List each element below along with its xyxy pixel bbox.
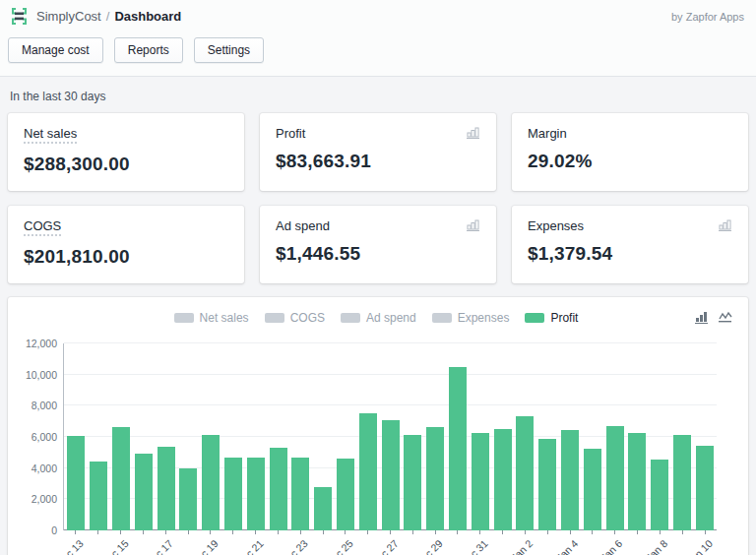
- legend-label: COGS: [290, 311, 325, 325]
- y-axis-label: 2,000: [32, 493, 57, 505]
- bar[interactable]: [472, 433, 489, 530]
- cogs-value: $201,810.00: [24, 246, 228, 268]
- bar-slot: [335, 343, 357, 530]
- x-axis: Dec 13Dec 15Dec 17Dec 19Dec 21Dec 23Dec …: [63, 530, 717, 555]
- metric-cards: Net sales $288,300.00 Profit $83,663.91 …: [8, 113, 748, 283]
- x-slot: Dec 19: [199, 530, 221, 555]
- bar[interactable]: [67, 436, 85, 530]
- x-slot: [87, 530, 109, 555]
- breadcrumb-app-name[interactable]: SimplyCost: [36, 9, 101, 24]
- bar[interactable]: [224, 458, 242, 530]
- bar-chart-toggle-icon[interactable]: [695, 310, 709, 324]
- bar[interactable]: [314, 487, 332, 530]
- profit-value: $83,663.91: [276, 151, 480, 172]
- x-tick: [525, 530, 526, 534]
- bar[interactable]: [112, 427, 130, 530]
- legend-item[interactable]: COGS: [265, 311, 325, 325]
- x-slot: Dec 25: [334, 530, 356, 555]
- x-slot: [446, 530, 469, 555]
- legend-swatch: [432, 313, 452, 323]
- bar-slot: [469, 343, 491, 530]
- bar-slot: [581, 343, 603, 530]
- legend-item[interactable]: Profit: [525, 311, 578, 325]
- x-slot: Dec 31: [469, 530, 491, 555]
- settings-button[interactable]: Settings: [194, 37, 264, 63]
- bar[interactable]: [158, 447, 175, 531]
- bar-slot: [110, 343, 133, 530]
- x-tick: [278, 530, 279, 534]
- bar-chart-icon[interactable]: [719, 218, 732, 231]
- x-slot: Jan 2: [514, 530, 536, 555]
- bar[interactable]: [628, 433, 646, 530]
- bar-slot: [491, 343, 514, 530]
- x-tick: [412, 530, 413, 534]
- profit-title: Profit: [276, 126, 305, 141]
- line-chart-toggle-icon[interactable]: [719, 310, 732, 324]
- legend-swatch: [525, 313, 544, 323]
- bar-slot: [402, 343, 424, 530]
- x-tick: [660, 530, 661, 534]
- bar-chart-icon[interactable]: [467, 126, 480, 139]
- manage-cost-button[interactable]: Manage cost: [8, 37, 103, 63]
- legend-item[interactable]: Expenses: [432, 311, 510, 325]
- bar-slot: [626, 343, 649, 530]
- bar[interactable]: [494, 429, 512, 530]
- x-tick: [592, 530, 593, 534]
- y-axis-label: 0: [51, 524, 57, 536]
- bar[interactable]: [651, 460, 668, 530]
- bar[interactable]: [90, 462, 107, 530]
- x-tick: [457, 530, 458, 534]
- bar[interactable]: [382, 420, 400, 530]
- bar[interactable]: [516, 416, 534, 530]
- bar[interactable]: [696, 446, 714, 530]
- byline: by Zapfor Apps: [671, 11, 744, 23]
- bar[interactable]: [426, 427, 444, 530]
- bar[interactable]: [538, 439, 556, 530]
- bar[interactable]: [404, 435, 421, 530]
- x-tick: [232, 530, 233, 534]
- bar[interactable]: [606, 426, 624, 530]
- bar[interactable]: [561, 430, 579, 530]
- bar[interactable]: [584, 449, 601, 530]
- legend-label: Ad spend: [366, 311, 416, 325]
- x-tick: [300, 530, 301, 534]
- bar[interactable]: [337, 459, 354, 530]
- expenses-value: $1,379.54: [528, 243, 732, 265]
- profit-card: Profit $83,663.91: [260, 113, 496, 191]
- bar-slot: [200, 343, 222, 530]
- bar[interactable]: [673, 435, 691, 530]
- x-slot: [401, 530, 423, 555]
- x-tick: [210, 530, 211, 534]
- x-slot: [581, 530, 603, 555]
- net-sales-title[interactable]: Net sales: [24, 126, 77, 144]
- bar[interactable]: [449, 367, 467, 530]
- chart-legend: Net salesCOGSAd spendExpensesProfit: [18, 308, 734, 328]
- x-tick: [345, 530, 346, 534]
- bar[interactable]: [247, 458, 265, 530]
- cogs-card: COGS $201,810.00: [8, 206, 244, 283]
- x-slot: [626, 530, 649, 555]
- reports-button[interactable]: Reports: [114, 37, 183, 63]
- bar[interactable]: [291, 458, 309, 530]
- x-slot: Dec 27: [379, 530, 402, 555]
- bar-chart-icon[interactable]: [467, 218, 480, 231]
- x-slot: [131, 530, 154, 555]
- x-slot: [670, 530, 693, 555]
- bar-slot: [559, 343, 582, 530]
- bar[interactable]: [359, 413, 377, 530]
- bar[interactable]: [270, 448, 287, 530]
- net-sales-value: $288,300.00: [24, 154, 228, 175]
- ad-spend-value: $1,446.55: [276, 243, 480, 265]
- x-tick: [435, 530, 436, 534]
- cogs-title[interactable]: COGS: [24, 218, 61, 236]
- legend-item[interactable]: Net sales: [174, 311, 249, 325]
- x-tick: [637, 530, 638, 534]
- bar-slot: [88, 343, 110, 530]
- bar-slot: [289, 343, 312, 530]
- bar[interactable]: [202, 435, 220, 530]
- legend-item[interactable]: Ad spend: [341, 311, 416, 325]
- bar-slot: [132, 343, 155, 530]
- bar[interactable]: [179, 468, 197, 530]
- x-tick: [614, 530, 615, 534]
- bar[interactable]: [135, 454, 153, 530]
